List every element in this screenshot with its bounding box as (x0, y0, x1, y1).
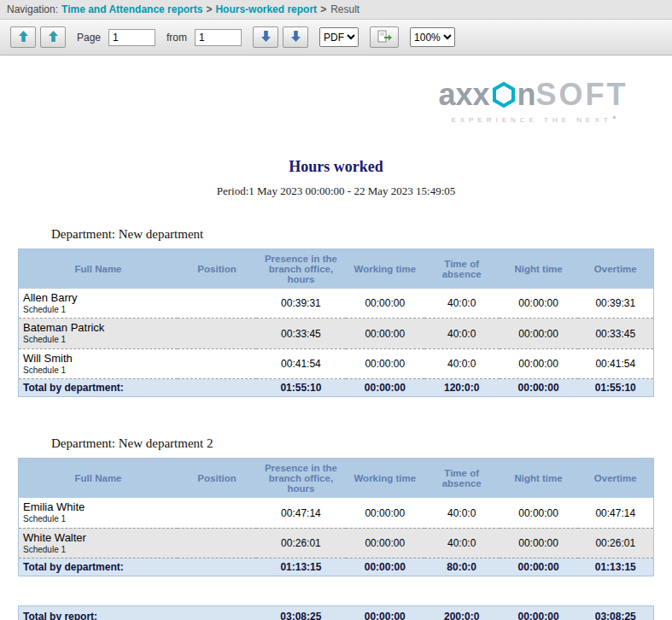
presence-cell: 00:33:45 (256, 319, 346, 348)
report-total-working-time: 00:00:00 (346, 606, 424, 620)
breadcrumb: Navigation: Time and Attendance reports … (0, 0, 672, 20)
breadcrumb-link-time-attendance[interactable]: Time and Attendance reports (61, 3, 202, 15)
col-header-working-time: Working time (346, 249, 424, 290)
position-cell (178, 498, 256, 528)
full-name-cell: Emilia White Schedule 1 (19, 498, 178, 528)
overtime-cell: 00:26:01 (578, 528, 654, 558)
table-header-row: Full Name Position Presence in the branc… (19, 249, 654, 290)
last-page-button[interactable] (283, 26, 308, 48)
employee-name: White Walter (23, 532, 172, 545)
night-time-cell: 00:00:00 (500, 319, 578, 348)
breadcrumb-separator: > (320, 3, 326, 15)
employee-schedule: Schedule 1 (23, 335, 172, 345)
presence-cell: 00:47:14 (256, 498, 346, 528)
total-presence: 01:13:15 (256, 559, 346, 576)
table-header-row: Full Name Position Presence in the branc… (19, 459, 654, 499)
col-header-full-name: Full Name (19, 459, 178, 499)
total-overtime: 01:55:10 (578, 379, 654, 397)
logo-text-axx: axx (438, 79, 489, 110)
total-label: Total by department: (19, 559, 256, 576)
hexagon-o-icon (491, 81, 517, 108)
full-name-cell: Will Smith Schedule 1 (19, 348, 178, 378)
total-absence: 80:0:0 (424, 559, 500, 576)
breadcrumb-link-hours-worked[interactable]: Hours-worked report (215, 3, 317, 15)
breadcrumb-current: Result (330, 3, 359, 15)
table-row: White Walter Schedule 1 00:26:01 00:00:0… (19, 528, 654, 558)
working-time-cell: 00:00:00 (346, 319, 424, 348)
department-total-row: Total by department: 01:13:15 00:00:00 8… (19, 559, 654, 576)
logo-text-n: n (517, 79, 536, 110)
full-name-cell: White Walter Schedule 1 (19, 528, 178, 558)
department-section-2: Department: New department 2 Full Name P… (0, 436, 672, 576)
working-time-cell: 00:00:00 (346, 348, 424, 378)
report-title: Hours worked (0, 158, 672, 176)
position-cell (178, 289, 256, 319)
table-row: Will Smith Schedule 1 00:41:54 00:00:00 … (19, 348, 654, 378)
employee-schedule: Schedule 1 (23, 545, 172, 555)
employee-schedule: Schedule 1 (23, 305, 172, 315)
prev-page-button[interactable] (40, 26, 66, 48)
breadcrumb-separator: > (206, 3, 212, 15)
employee-name: Will Smith (23, 353, 172, 366)
employee-schedule: Schedule 1 (23, 514, 172, 524)
arrow-up-icon (19, 31, 28, 44)
axxonsoft-logo: axx n SOFT EXPERIENCE THE NEXT (433, 79, 634, 124)
absence-cell: 40:0:0 (424, 289, 500, 319)
department-total-row: Total by department: 01:55:10 00:00:00 1… (19, 379, 654, 397)
night-time-cell: 00:00:00 (500, 528, 578, 558)
col-header-working-time: Working time (346, 459, 424, 499)
report-total-label: Total by report: (19, 606, 256, 620)
page-input[interactable] (108, 29, 155, 46)
total-working-time: 00:00:00 (346, 379, 424, 397)
report-period: Period:1 May 2023 00:00:00 - 22 May 2023… (0, 184, 672, 198)
report-total-row: Total by report: 03:08:25 00:00:00 200:0… (19, 606, 654, 620)
arrow-down-icon (261, 31, 271, 44)
total-pages-input[interactable] (195, 29, 242, 46)
position-cell (178, 528, 256, 558)
col-header-overtime: Overtime (578, 459, 654, 499)
presence-cell: 00:39:31 (256, 289, 346, 319)
table-row: Allen Barry Schedule 1 00:39:31 00:00:00… (19, 289, 654, 319)
total-night-time: 00:00:00 (500, 559, 578, 576)
full-name-cell: Bateman Patrick Schedule 1 (19, 319, 178, 348)
report-total-presence: 03:08:25 (256, 606, 346, 620)
overtime-cell: 00:41:54 (578, 348, 654, 378)
department-heading: Department: New department 2 (51, 436, 672, 451)
report-toolbar: Page from PDF 100% (0, 20, 672, 56)
col-header-presence: Presence in the branch office, hours (256, 249, 346, 290)
logo-tagline: EXPERIENCE THE NEXT (433, 116, 634, 124)
export-icon (377, 30, 392, 45)
arrow-up-icon (49, 31, 58, 44)
night-time-cell: 00:00:00 (500, 498, 578, 528)
overtime-cell: 00:33:45 (578, 319, 654, 348)
overtime-cell: 00:47:14 (578, 498, 654, 528)
department-table-1: Full Name Position Presence in the branc… (18, 249, 654, 397)
total-label: Total by department: (19, 379, 257, 397)
first-page-button[interactable] (10, 26, 36, 48)
report-total-night-time: 00:00:00 (500, 606, 578, 620)
col-header-position: Position (178, 249, 256, 290)
night-time-cell: 00:00:00 (500, 289, 578, 319)
table-row: Bateman Patrick Schedule 1 00:33:45 00:0… (19, 319, 654, 348)
export-format-select[interactable]: PDF (319, 27, 359, 47)
logo-text-soft: SOFT (536, 79, 628, 110)
report-total-absence: 200:0:0 (424, 606, 500, 620)
full-name-cell: Allen Barry Schedule 1 (19, 289, 178, 319)
col-header-presence: Presence in the branch office, hours (256, 459, 346, 499)
presence-cell: 00:41:54 (256, 348, 346, 378)
col-header-night-time: Night time (500, 459, 578, 499)
report-total-overtime: 03:08:25 (578, 606, 654, 620)
from-label: from (167, 32, 187, 44)
col-header-position: Position (178, 459, 256, 499)
col-header-time-of-absence: Time of absence (424, 249, 500, 290)
export-button[interactable] (370, 26, 399, 48)
night-time-cell: 00:00:00 (500, 348, 578, 378)
trademark-dot-icon (613, 116, 616, 119)
absence-cell: 40:0:0 (424, 348, 500, 378)
total-presence: 01:55:10 (256, 379, 346, 397)
col-header-overtime: Overtime (578, 249, 654, 290)
total-overtime: 01:13:15 (578, 559, 654, 576)
col-header-full-name: Full Name (19, 249, 178, 290)
next-page-button[interactable] (253, 26, 278, 48)
zoom-select[interactable]: 100% (410, 27, 455, 47)
